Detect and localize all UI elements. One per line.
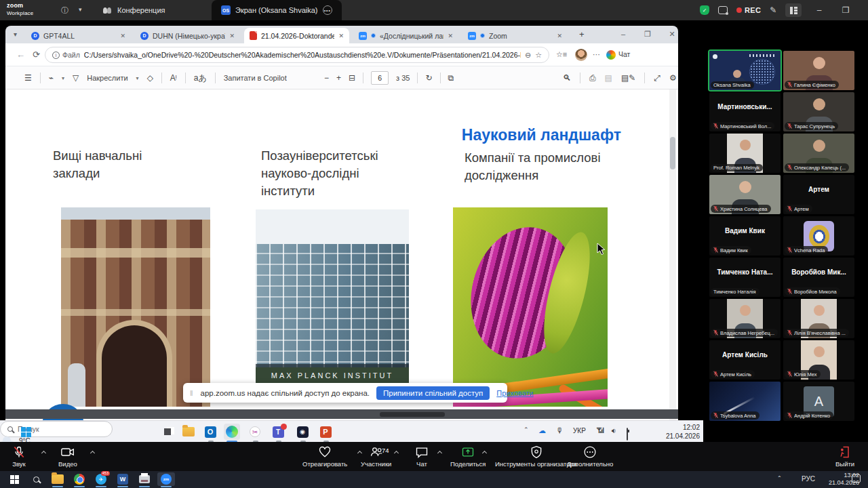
chat-button[interactable]: Чат: [415, 445, 429, 468]
outlook-icon[interactable]: O: [202, 424, 218, 440]
clipchamp-icon[interactable]: ◉: [294, 424, 311, 440]
tab-shared-screen[interactable]: OS Экран (Oksana Shvaika) •••: [212, 0, 342, 20]
word-icon[interactable]: W: [114, 472, 132, 486]
chrome-icon[interactable]: [71, 472, 88, 486]
participants-chevron[interactable]: [394, 451, 399, 455]
search-icon[interactable]: [27, 472, 45, 486]
printer-icon[interactable]: [136, 472, 153, 486]
participant-tile[interactable]: Tsybalova Anna: [709, 382, 781, 421]
translate-icon[interactable]: аあ: [194, 73, 207, 84]
tab-meeting[interactable]: Конференция: [94, 0, 174, 20]
pdf-scrollbar-thumb[interactable]: [670, 137, 675, 169]
highlighter-icon[interactable]: ⌁: [49, 73, 54, 83]
file-explorer-icon[interactable]: [180, 424, 197, 440]
participant-tile[interactable]: АртемАртем: [783, 175, 854, 214]
url-text[interactable]: C:/Users/shvaika_o/OneDrive%20-%20Deutsc…: [84, 51, 521, 59]
participant-tile[interactable]: Вадим КвикВадим Квик: [709, 216, 781, 256]
tab-close-icon[interactable]: ✕: [448, 33, 453, 39]
browser-tab[interactable]: DGPT4ALL✕: [26, 28, 131, 43]
save-icon[interactable]: ▤: [605, 73, 612, 83]
draw-pen-icon[interactable]: ▽: [73, 73, 79, 83]
participant-tile[interactable]: Олександр Капець (...: [783, 134, 854, 173]
language-indicator[interactable]: РУС: [802, 475, 815, 483]
participant-tile[interactable]: Vchena Rada: [783, 216, 854, 256]
share-screen-button[interactable]: Поделиться: [450, 445, 486, 468]
highlighter-chevron-icon[interactable]: ▾: [62, 75, 64, 81]
rotate-icon[interactable]: ↻: [425, 73, 432, 83]
back-icon[interactable]: ←: [16, 49, 25, 60]
chat-chevron[interactable]: [437, 451, 442, 455]
browser-tab[interactable]: 21.04.2026-Doktoranden-UI✕: [244, 28, 349, 43]
teams-icon[interactable]: T: [270, 424, 286, 440]
page-info-icon[interactable]: i: [52, 52, 60, 59]
favorite-star-icon[interactable]: ☆: [535, 51, 542, 60]
eraser-icon[interactable]: ◇: [147, 73, 153, 83]
draw-label[interactable]: Накреслити: [87, 74, 127, 82]
page-view-icon[interactable]: ⧉: [448, 73, 454, 83]
browser-tab[interactable]: zm«Дослідницький ланд✕: [353, 28, 458, 43]
browser-close-icon[interactable]: ✕: [662, 30, 682, 39]
draw-chevron-icon[interactable]: ▾: [136, 75, 139, 81]
stop-share-button[interactable]: Припинити спільний доступ: [376, 386, 490, 400]
task-view-icon[interactable]: [161, 424, 178, 440]
browser-restore-icon[interactable]: ❐: [637, 30, 658, 39]
shared-clock[interactable]: 12:02 21.04.2026: [652, 423, 700, 441]
language-indicator[interactable]: УКР: [573, 427, 586, 434]
participant-tile[interactable]: Лілія В'ячеславівна ...: [783, 299, 854, 338]
copilot-chat-label[interactable]: Чат: [618, 50, 630, 58]
browser-tab[interactable]: zmZoom✕: [462, 28, 568, 43]
host-tools-button[interactable]: Инструменты организатора: [495, 445, 577, 468]
gallery-view-button[interactable]: [785, 3, 802, 17]
hidden-icons-chevron[interactable]: ⌃: [777, 475, 782, 481]
video-button[interactable]: Видео: [58, 445, 77, 468]
fit-width-icon[interactable]: ⊟: [349, 73, 355, 83]
participant-tile[interactable]: Галина Єфіменко: [783, 51, 854, 90]
powerpoint-icon[interactable]: P: [317, 424, 334, 440]
info-icon[interactable]: ⓘ: [61, 5, 68, 16]
browser-horizontal-scrollbar-thumb[interactable]: [380, 412, 445, 417]
banner-drag-handle[interactable]: ‖: [190, 389, 194, 397]
browser-tab[interactable]: DDUHN (Німецько-українськ✕: [135, 28, 240, 43]
save-as-icon[interactable]: ▤✎: [621, 73, 635, 83]
close-icon[interactable]: ✕: [863, 5, 868, 15]
video-options-chevron[interactable]: [90, 451, 95, 455]
microphone-icon[interactable]: 🎙︎: [556, 426, 564, 434]
minimize-icon[interactable]: –: [810, 5, 828, 15]
chevron-down-icon[interactable]: ▾: [79, 6, 82, 13]
start-icon[interactable]: [18, 424, 34, 440]
onedrive-icon[interactable]: ☁: [538, 426, 546, 435]
read-aloud-icon[interactable]: Aᵎ: [170, 73, 177, 83]
telegram-icon[interactable]: ✈453: [92, 472, 110, 486]
participant-tile[interactable]: Владислав Негребец...: [709, 299, 781, 338]
zoom-app-icon[interactable]: zm: [157, 472, 175, 486]
participant-tile[interactable]: Тимченко Ната...Тимченко Наталія: [709, 258, 781, 297]
participant-tile[interactable]: Prof. Roman Melnyk: [709, 134, 781, 173]
restore-icon[interactable]: ❐: [837, 5, 854, 15]
browser-minimize-icon[interactable]: –: [613, 30, 633, 38]
ask-copilot-button[interactable]: Запитати в Copilot: [224, 74, 287, 82]
participant-tile[interactable]: Артем КисільАртем Кисіль: [709, 340, 781, 380]
participant-tile[interactable]: Юлія Мех: [783, 340, 854, 380]
fullscreen-icon[interactable]: ⤢: [654, 73, 660, 83]
security-shield-icon[interactable]: ✓: [700, 5, 709, 15]
audio-options-chevron[interactable]: [41, 451, 46, 455]
participant-tile[interactable]: Oksana Shvaika: [709, 51, 781, 90]
profile-avatar[interactable]: [575, 49, 587, 61]
reactions-button[interactable]: Отреагировать: [302, 445, 347, 468]
participant-tile[interactable]: Мартиновськи...Мартиновський Вол...: [709, 92, 781, 131]
zoom-in-icon[interactable]: +: [336, 73, 341, 83]
audio-button[interactable]: Звук: [12, 445, 26, 468]
tab-search-chevron-icon[interactable]: ▾: [14, 30, 17, 38]
settings-gear-icon[interactable]: ⚙: [669, 73, 677, 83]
participant-tile[interactable]: Тарас Супрунець: [783, 92, 854, 131]
snipping-tool-icon[interactable]: ✂: [247, 424, 263, 440]
edge-icon[interactable]: [224, 424, 240, 440]
wifi-icon[interactable]: 📶︎: [597, 426, 604, 434]
file-explorer-icon[interactable]: [49, 472, 66, 486]
annotate-pen-icon[interactable]: ✎: [770, 5, 776, 15]
taskbar-search-box[interactable]: Пошук: [0, 421, 113, 437]
tab-close-icon[interactable]: ✕: [557, 33, 562, 39]
contents-icon[interactable]: ☰: [24, 73, 32, 83]
browser-more-icon[interactable]: ⋯: [593, 50, 600, 59]
search-icon[interactable]: 🔍︎: [563, 73, 571, 83]
